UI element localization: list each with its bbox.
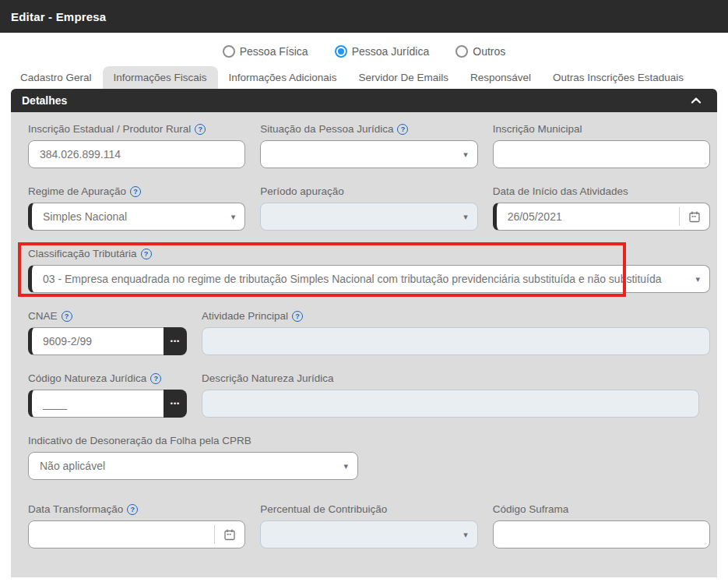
help-icon[interactable]: ? <box>150 373 161 384</box>
page-title: Editar - Empresa <box>11 10 106 23</box>
radio-label: Outros <box>473 45 505 58</box>
descricao-natureza-field <box>202 390 699 418</box>
codigo-natureza-field-group: ••• <box>28 390 187 418</box>
field-label: Descrição Natureza Jurídica <box>202 372 699 385</box>
chevron-down-icon: ▾ <box>463 212 468 222</box>
codigo-suframa-input[interactable] <box>494 521 709 548</box>
cnae-lookup-button[interactable]: ••• <box>164 327 187 355</box>
help-icon[interactable]: ? <box>130 186 141 197</box>
radio-label: Pessoa Jurídica <box>352 45 430 58</box>
section-title: Detalhes <box>22 94 67 107</box>
radio-checked-icon[interactable] <box>335 45 347 58</box>
collapse-section-button[interactable] <box>686 92 706 109</box>
codigo-natureza-input[interactable] <box>32 390 164 417</box>
codigo-suframa-field-wrap <box>493 520 710 548</box>
cnae-input[interactable] <box>32 328 164 354</box>
radio-unchecked-icon[interactable] <box>223 45 235 58</box>
periodo-apuracao-select: ▾ <box>260 203 477 231</box>
field-label: Código Natureza Jurídica ? <box>28 372 187 385</box>
field-label: Percentual de Contribuição <box>260 503 477 516</box>
chevron-down-icon: ▾ <box>343 461 348 471</box>
atividade-principal-field <box>202 327 710 355</box>
field-label: Situação da Pessoa Jurídica ? <box>260 123 477 136</box>
person-type-radio-group: Pessoa Física Pessoa Jurídica Outros <box>0 33 728 65</box>
detalhes-form: Inscrição Estadual / Produtor Rural ? Si… <box>11 112 717 577</box>
help-icon[interactable]: ? <box>292 311 303 322</box>
chevron-down-icon: ▾ <box>463 150 468 160</box>
tab-bar: Cadastro Geral Informações Fiscais Infor… <box>0 65 728 89</box>
help-icon[interactable]: ? <box>397 124 408 135</box>
field-label: Período apuração <box>260 185 477 198</box>
classificacao-tributaria-select[interactable]: 03 - Empresa enquadrada no regime de tri… <box>28 265 710 293</box>
data-inicio-field-wrap <box>493 203 710 231</box>
tab-informacoes-fiscais[interactable]: Informações Fiscais <box>103 66 218 89</box>
field-label: Data de Início das Atividades <box>493 185 710 198</box>
field-label: Inscrição Municipal <box>493 123 710 136</box>
codigo-natureza-lookup-button[interactable]: ••• <box>164 390 187 418</box>
codigo-natureza-field-wrap <box>28 390 164 418</box>
field-label: Regime de Apuração ? <box>28 185 245 198</box>
inscricao-estadual-input[interactable] <box>29 141 244 168</box>
inscricao-estadual-field-wrap <box>28 140 245 168</box>
chevron-down-icon: ▾ <box>463 530 468 540</box>
chevron-down-icon: ▾ <box>231 212 236 222</box>
radio-unchecked-icon[interactable] <box>455 45 468 58</box>
field-label: Indicativo de Desoneração da Folha pela … <box>28 435 358 447</box>
chevron-up-icon <box>691 97 702 104</box>
tab-cadastro-geral[interactable]: Cadastro Geral <box>9 66 103 89</box>
percentual-contribuicao-select: ▾ <box>260 520 477 548</box>
more-options-icon: ••• <box>171 400 180 407</box>
field-label: Data Transformação ? <box>28 503 245 516</box>
help-icon[interactable]: ? <box>195 124 206 135</box>
tab-outras-inscricoes-estaduais[interactable]: Outras Inscrições Estaduais <box>542 66 695 89</box>
field-label: Atividade Principal ? <box>202 310 710 323</box>
tab-informacoes-adicionais[interactable]: Informações Adicionais <box>218 66 348 89</box>
calendar-icon <box>223 528 236 541</box>
tab-servidor-de-emails[interactable]: Servidor De Emails <box>347 66 459 89</box>
inscricao-municipal-input[interactable] <box>494 141 709 168</box>
regime-apuracao-select[interactable]: Simples Nacional ▾ <box>28 203 245 231</box>
help-icon[interactable]: ? <box>127 504 138 515</box>
radio-outros[interactable]: Outros <box>455 45 505 58</box>
data-transformacao-input[interactable] <box>29 521 214 548</box>
cnae-field-wrap <box>28 327 164 355</box>
calendar-button[interactable] <box>215 521 244 548</box>
field-label: Código Suframa <box>493 503 710 516</box>
data-inicio-input[interactable] <box>497 203 679 230</box>
help-icon[interactable]: ? <box>62 311 72 322</box>
field-label: Inscrição Estadual / Produtor Rural ? <box>28 123 245 136</box>
calendar-button[interactable] <box>680 203 709 230</box>
situacao-pessoa-juridica-select[interactable]: ▾ <box>260 140 477 168</box>
more-options-icon: ••• <box>171 337 180 345</box>
radio-label: Pessoa Física <box>240 45 308 58</box>
data-transformacao-field-wrap <box>28 520 245 548</box>
radio-pessoa-juridica[interactable]: Pessoa Jurídica <box>335 45 430 58</box>
indicativo-cprb-select[interactable]: Não aplicável ▾ <box>28 452 358 480</box>
tab-responsavel[interactable]: Responsável <box>459 66 542 89</box>
inscricao-municipal-field-wrap <box>493 140 710 168</box>
detalhes-section-header[interactable]: Detalhes <box>11 89 717 112</box>
field-label: Classificação Tributária ? <box>28 248 710 260</box>
cnae-field-group: ••• <box>28 327 187 355</box>
detalhes-panel: Detalhes Inscrição Estadual / Produtor R… <box>11 89 717 577</box>
radio-pessoa-fisica[interactable]: Pessoa Física <box>223 45 308 58</box>
help-icon[interactable]: ? <box>141 249 152 259</box>
window-header: Editar - Empresa <box>0 0 728 33</box>
chevron-down-icon: ▾ <box>695 274 700 284</box>
calendar-icon <box>688 210 701 223</box>
field-label: CNAE ? <box>28 310 187 323</box>
